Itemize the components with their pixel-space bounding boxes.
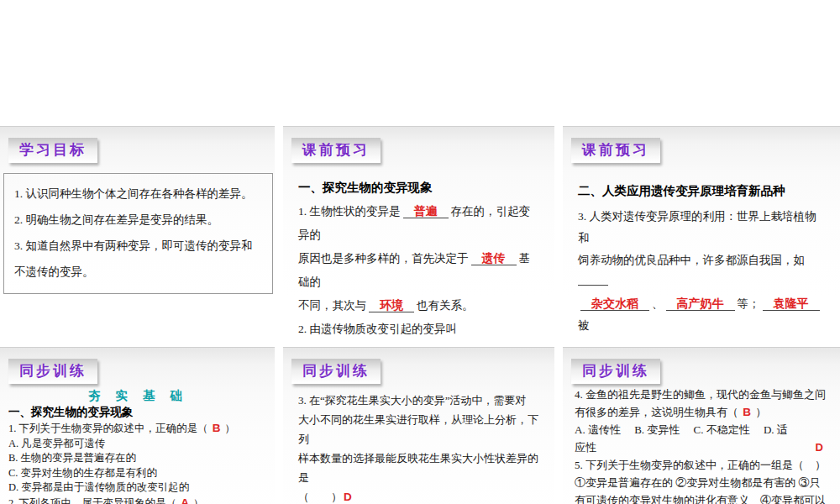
answer-letter: D [342,491,354,503]
preview-1-text: 1. 生物性状的变异是普遍存在的，引起变异的原因也是多种多样的，首先决定于遗传基… [298,200,539,337]
answer-letter: B [211,422,223,434]
training-1-section-heading: 一、探究生物的变异现象 [8,405,268,420]
text-line: A. 凡是变异都可遗传 [8,437,268,452]
fill-blank-answer: 高产奶牛 [666,297,735,311]
text-line: 大小不同的花生果实进行取样，从理论上分析，下列 [298,410,541,449]
text-line: 3. 知道自然界中有两种变异，即可遗传的变异和不遗传的变异。 [14,233,262,285]
text-line: 2. 由遗传物质改变引起的变异叫可遗传的变异， [298,318,539,337]
text-line: 1. 生物性状的变异是普遍存在的，引起变异的 [298,200,539,247]
section-heading-breeding-new-varieties: 二、人类应用遗传变异原理培育新品种 [578,183,825,199]
text-line: 杂交水稻、高产奶牛等；袁隆平被 [578,293,825,337]
text-line: 有可遗传的变异对生物的进化有意义 ④变异都可以 [575,491,832,504]
text-line: 饲养动物的优良品种中，许多都源自我国，如 [578,249,825,293]
training-2-questions: 3. 在“探究花生果实大小的变异”活动中，需要对大小不同的花生果实进行取样，从理… [298,391,541,504]
text-line: C. 变异对生物的生存都是有利的 [8,466,268,481]
text-line: 有很多的差异，这说明生物具有（ B ） [575,403,832,421]
panel-training-3: 同步训练 4. 金鱼的祖先是野生的鲫鱼，现代的金鱼与鲫鱼之间有很多的差异，这说明… [563,347,840,504]
preview-2-content: 二、人类应用遗传变异原理培育新品种 3. 人类对遗传变异原理的利用：世界上栽培植… [563,183,840,337]
answer-letter: A [179,496,191,504]
text-line: A. 遗传性 B. 变异性 C. 不稳定性 D. 适 [575,421,832,438]
courseware-page: { "colors": { "plaque_text": "#7a2ec8", … [0,0,840,504]
text-line: 2. 下列各项中，属于变异现象的是（ A ） [8,496,268,504]
text-line: 3. 人类对遗传变异原理的利用：世界上栽培植物和 [578,206,825,249]
preview-2-text: 3. 人类对遗传变异原理的利用：世界上栽培植物和饲养动物的优良品种中，许多都源自… [578,206,825,337]
header-plaque-preview-1: 课前预习 [291,138,381,163]
fill-blank-answer: 普遍 [403,204,449,218]
text-line: 2. 明确生物之间存在差异是变异的结果。 [14,207,262,233]
training-1-questions: 1. 下列关于生物变异的叙述中，正确的是（ B ）A. 凡是变异都可遗传B. 生… [8,421,268,504]
text-line: B. 生物的变异是普遍存在的 [8,451,268,466]
text-line: 4. 金鱼的祖先是野生的鲫鱼，现代的金鱼与鲫鱼之间 [575,386,832,403]
answer-letter: D [816,438,823,456]
text-line: 1. 认识同种生物个体之间存在各种各样的差异。 [14,181,262,207]
header-plaque-training-3: 同步训练 [571,359,660,384]
text-line: 1. 下列关于生物变异的叙述中，正确的是（ B ） [8,421,268,437]
text-line: D. 变异都是由于遗传物质的改变引起的 [8,480,268,496]
text-line: 3. 在“探究花生果实大小的变异”活动中，需要对 [298,391,541,410]
section-heading-variation-phenomena: 一、探究生物的变异现象 [298,180,539,196]
training-2-content: 3. 在“探究花生果实大小的变异”活动中，需要对大小不同的花生果实进行取样，从理… [283,384,554,504]
fill-blank-answer: 遗传 [471,251,517,265]
blank-underline [578,274,608,286]
text-line: 5. 下列关于生物变异的叙述中，正确的一组是（ ） [575,456,832,474]
text-line: 原因也是多种多样的，首先决定于遗传基础的 [298,247,539,294]
text-line: 不同，其次与环境也有关系。 [298,294,539,318]
header-plaque-training-1: 同步训练 [8,359,97,384]
training-1-content: 夯 实 基 础 一、探究生物的变异现象 1. 下列关于生物变异的叙述中，正确的是… [0,388,275,504]
panel-preview-1: 课前预习 一、探究生物的变异现象 1. 生物性状的变异是普遍存在的，引起变异的原… [283,126,554,337]
fill-blank-answer: 杂交水稻 [580,297,649,311]
answer-letter: B [741,406,753,418]
panel-training-2: 同步训练 3. 在“探究花生果实大小的变异”活动中，需要对大小不同的花生果实进行… [283,347,554,504]
fill-blank-answer: 袁隆平 [763,297,820,311]
training-3-questions: 4. 金鱼的祖先是野生的鲫鱼，现代的金鱼与鲫鱼之间有很多的差异，这说明生物具有（… [575,386,832,504]
header-plaque-training-2: 同步训练 [291,359,381,384]
panel-preview-2: 课前预习 二、人类应用遗传变异原理培育新品种 3. 人类对遗传变异原理的利用：世… [563,126,840,337]
text-line: 应性D [575,438,832,456]
banner-consolidate-basics: 夯 实 基 础 [8,388,268,404]
header-plaque-preview-2: 课前预习 [571,138,660,163]
header-plaque-learning-objectives: 学习目标 [8,138,97,163]
objectives-box: 1. 认识同种生物个体之间存在各种各样的差异。2. 明确生物之间存在差异是变异的… [3,173,273,294]
panel-training-1: 同步训练 夯 实 基 础 一、探究生物的变异现象 1. 下列关于生物变异的叙述中… [0,347,275,504]
fill-blank-answer: 环境 [369,298,414,312]
text-line: （ ）D [298,487,541,504]
training-3-content: 4. 金鱼的祖先是野生的鲫鱼，现代的金鱼与鲫鱼之间有很多的差异，这说明生物具有（… [563,384,840,504]
text-line: ①变异是普遍存在的 ②变异对生物都是有害的 ③只 [575,474,832,491]
text-line: 样本数量的选择最能反映花生果实大小性状差异的是 [298,449,541,487]
preview-1-content: 一、探究生物的变异现象 1. 生物性状的变异是普遍存在的，引起变异的原因也是多种… [283,180,554,337]
panel-learning-objectives: 学习目标 1. 认识同种生物个体之间存在各种各样的差异。2. 明确生物之间存在差… [0,126,275,337]
